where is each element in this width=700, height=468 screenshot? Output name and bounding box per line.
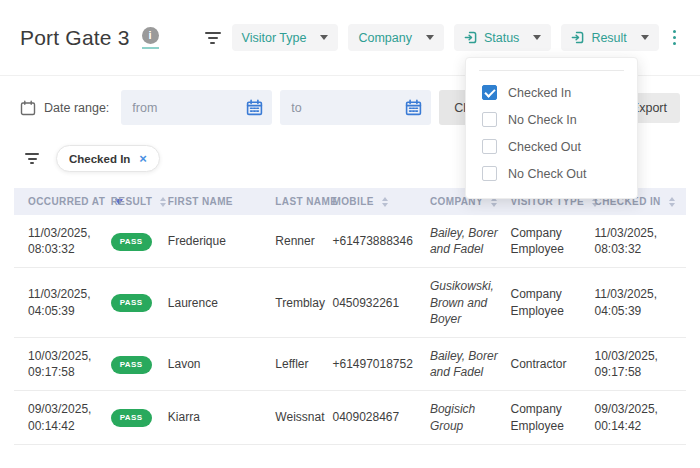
cell-visitor-type: Company Employee <box>505 391 589 444</box>
company-filter-button[interactable]: Company <box>348 24 444 51</box>
visitor-table: OCCURRED AT RESULT FIRST NAME LAST NAME … <box>14 188 686 445</box>
chevron-down-icon <box>426 35 434 40</box>
table-row[interactable]: 11/03/2025, 04:05:39 PASS Laurence Tremb… <box>14 268 686 338</box>
filter-chip-label: Checked In <box>69 153 130 165</box>
filter-icon[interactable] <box>204 32 222 44</box>
cell-visitor-type: Company Employee <box>505 215 589 268</box>
filter-applied-icon <box>571 31 584 44</box>
table-row[interactable]: 11/03/2025, 08:03:32 PASS Frederique Ren… <box>14 215 686 268</box>
cell-company: Bogisich Group <box>424 391 505 444</box>
checkbox-icon[interactable] <box>482 112 497 127</box>
cell-last-name: Renner <box>269 215 326 268</box>
dropdown-option-label: No Check Out <box>508 167 587 181</box>
filter-applied-icon <box>464 31 477 44</box>
status-dropdown-panel: Checked In No Check In Checked Out No Ch… <box>465 57 638 199</box>
column-header-first-name[interactable]: FIRST NAME <box>162 188 270 215</box>
column-header-occurred-at[interactable]: OCCURRED AT <box>14 188 105 215</box>
close-icon[interactable]: × <box>139 152 147 165</box>
chevron-down-icon <box>533 35 541 40</box>
cell-mobile: +61497018752 <box>326 337 423 390</box>
cell-occurred-at: 11/03/2025, 08:03:32 <box>14 215 105 268</box>
cell-mobile: 0450932261 <box>326 268 423 338</box>
dropdown-option-label: Checked In <box>508 86 571 100</box>
cell-result: PASS <box>105 391 162 444</box>
result-filter-label: Result <box>591 31 626 45</box>
sort-icon[interactable] <box>160 197 166 207</box>
cell-first-name: Kiarra <box>162 391 270 444</box>
cell-result: PASS <box>105 337 162 390</box>
cell-first-name: Frederique <box>162 215 270 268</box>
dropdown-option-label: Checked Out <box>508 140 581 154</box>
visitor-log-page: Port Gate 3 i Visitor Type Company <box>0 0 700 468</box>
cell-first-name: Lavon <box>162 337 270 390</box>
visitor-type-filter-button[interactable]: Visitor Type <box>232 24 339 51</box>
cell-last-name: Tremblay <box>269 268 326 338</box>
sort-icon[interactable] <box>669 197 675 207</box>
dropdown-option-checked-out[interactable]: Checked Out <box>466 133 637 160</box>
visitor-type-filter-label: Visitor Type <box>242 31 307 45</box>
dropdown-divider <box>479 58 624 71</box>
calendar-icon <box>20 100 36 116</box>
column-header-last-name[interactable]: LAST NAME <box>269 188 326 215</box>
status-badge: PASS <box>111 233 152 251</box>
info-tooltip-anchor[interactable]: i <box>142 27 159 49</box>
cell-result: PASS <box>105 268 162 338</box>
sort-icon[interactable] <box>382 197 388 207</box>
cell-checked-in: 10/03/2025, 09:17:58 <box>589 337 686 390</box>
chevron-down-icon <box>641 35 649 40</box>
filter-chip-checked-in[interactable]: Checked In × <box>56 145 160 172</box>
cell-checked-in: 11/03/2025, 08:03:32 <box>589 215 686 268</box>
company-filter-label: Company <box>358 31 412 45</box>
status-badge: PASS <box>111 356 152 374</box>
dropdown-option-checked-in[interactable]: Checked In <box>466 79 637 106</box>
cell-mobile: +61473888346 <box>326 215 423 268</box>
info-icon[interactable]: i <box>142 27 159 44</box>
cell-occurred-at: 10/03/2025, 09:17:58 <box>14 337 105 390</box>
cell-checked-in: 11/03/2025, 04:05:39 <box>589 268 686 338</box>
result-filter-button[interactable]: Result <box>561 24 658 51</box>
cell-visitor-type: Company Employee <box>505 268 589 338</box>
status-badge: PASS <box>111 294 152 312</box>
page-title: Port Gate 3 <box>20 26 130 50</box>
checkbox-checked-icon[interactable] <box>482 85 497 100</box>
status-filter-label: Status <box>484 31 519 45</box>
table-row[interactable]: 10/03/2025, 09:17:58 PASS Lavon Leffler … <box>14 337 686 390</box>
chevron-down-icon <box>320 35 328 40</box>
column-header-mobile[interactable]: MOBILE <box>326 188 423 215</box>
checkbox-icon[interactable] <box>482 139 497 154</box>
cell-last-name: Leffler <box>269 337 326 390</box>
dropdown-option-label: No Check In <box>508 113 577 127</box>
dropdown-option-no-check-out[interactable]: No Check Out <box>466 160 637 187</box>
cell-first-name: Laurence <box>162 268 270 338</box>
cell-occurred-at: 11/03/2025, 04:05:39 <box>14 268 105 338</box>
filter-icon[interactable] <box>24 153 40 164</box>
date-to-input[interactable] <box>280 90 431 125</box>
status-badge: PASS <box>111 409 152 427</box>
date-from-input[interactable] <box>121 90 272 125</box>
cell-checked-in: 09/03/2025, 00:14:42 <box>589 391 686 444</box>
dropdown-option-no-check-in[interactable]: No Check In <box>466 106 637 133</box>
cell-visitor-type: Contractor <box>505 337 589 390</box>
cell-result: PASS <box>105 215 162 268</box>
table-row[interactable]: 09/03/2025, 00:14:42 PASS Kiarra Weissna… <box>14 391 686 444</box>
status-filter-button[interactable]: Status <box>454 24 551 51</box>
cell-occurred-at: 09/03/2025, 00:14:42 <box>14 391 105 444</box>
checkbox-icon[interactable] <box>482 166 497 181</box>
cell-last-name: Weissnat <box>269 391 326 444</box>
column-header-result[interactable]: RESULT <box>105 188 162 215</box>
cell-company: Gusikowski, Brown and Boyer <box>424 268 505 338</box>
cell-company: Bailey, Borer and Fadel <box>424 337 505 390</box>
more-options-icon[interactable] <box>669 28 680 47</box>
date-range-label: Date range: <box>44 101 109 115</box>
cell-mobile: 0409028467 <box>326 391 423 444</box>
cell-company: Bailey, Borer and Fadel <box>424 215 505 268</box>
